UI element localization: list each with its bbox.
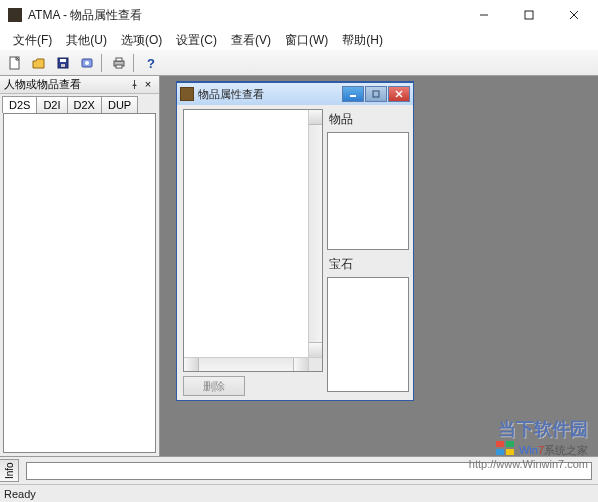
child-titlebar[interactable]: 物品属性查看	[177, 83, 413, 105]
child-body: 删除 物品 宝石	[177, 105, 413, 400]
svg-point-10	[85, 61, 89, 65]
info-tab[interactable]: Info	[0, 459, 19, 482]
tab-dup[interactable]: DUP	[101, 96, 138, 113]
section-label-gem: 宝石	[327, 254, 409, 277]
left-list[interactable]	[3, 113, 156, 453]
left-pane: 人物或物品查看 × D2S D2I D2X DUP	[0, 76, 160, 456]
toolbar-separator	[101, 54, 105, 72]
titlebar: ATMA - 物品属性查看	[0, 0, 598, 30]
preview-column: 物品 宝石	[327, 109, 409, 396]
menu-window[interactable]: 窗口(W)	[278, 30, 335, 51]
left-pane-title: 人物或物品查看	[4, 77, 127, 92]
new-icon[interactable]	[4, 52, 26, 74]
svg-rect-7	[60, 59, 66, 62]
menu-options[interactable]: 选项(O)	[114, 30, 169, 51]
child-maximize-button[interactable]	[365, 86, 387, 102]
print-icon[interactable]	[108, 52, 130, 74]
item-preview	[327, 132, 409, 250]
toolbar: ?	[0, 50, 598, 76]
scrollbar-horizontal[interactable]	[184, 357, 308, 371]
tab-d2x[interactable]: D2X	[67, 96, 102, 113]
info-bar: × Info	[0, 456, 598, 484]
svg-rect-12	[116, 58, 122, 61]
mdi-area: 物品属性查看 删除 物品 宝石	[160, 76, 598, 456]
child-window: 物品属性查看 删除 物品 宝石	[176, 81, 414, 401]
window-controls	[461, 1, 596, 30]
maximize-button[interactable]	[506, 1, 551, 30]
menubar: 文件(F) 其他(U) 选项(O) 设置(C) 查看(V) 窗口(W) 帮助(H…	[0, 30, 598, 50]
toolbar-separator	[133, 54, 137, 72]
child-minimize-button[interactable]	[342, 86, 364, 102]
svg-rect-8	[61, 64, 65, 67]
svg-rect-1	[525, 11, 533, 19]
statusbar: Ready	[0, 484, 598, 502]
scrollbar-vertical[interactable]	[308, 110, 322, 357]
help-icon[interactable]: ?	[140, 52, 162, 74]
left-tabs: D2S D2I D2X DUP	[2, 96, 157, 113]
child-close-button[interactable]	[388, 86, 410, 102]
open-icon[interactable]	[28, 52, 50, 74]
window-title: ATMA - 物品属性查看	[28, 7, 461, 24]
menu-file[interactable]: 文件(F)	[6, 30, 59, 51]
save-icon[interactable]	[52, 52, 74, 74]
gem-preview	[327, 277, 409, 392]
svg-text:?: ?	[147, 56, 155, 70]
child-title: 物品属性查看	[198, 87, 341, 102]
disk-icon[interactable]	[76, 52, 98, 74]
left-pane-header: 人物或物品查看 ×	[0, 76, 159, 94]
minimize-button[interactable]	[461, 1, 506, 30]
svg-rect-16	[373, 91, 379, 97]
pane-close-icon[interactable]: ×	[141, 78, 155, 92]
menu-other[interactable]: 其他(U)	[59, 30, 114, 51]
pin-icon[interactable]	[127, 78, 141, 92]
tab-d2i[interactable]: D2I	[36, 96, 67, 113]
info-field[interactable]	[26, 462, 592, 480]
section-label-item: 物品	[327, 109, 409, 132]
menu-help[interactable]: 帮助(H)	[335, 30, 390, 51]
menu-view[interactable]: 查看(V)	[224, 30, 278, 51]
menu-settings[interactable]: 设置(C)	[169, 30, 224, 51]
child-app-icon	[180, 87, 194, 101]
item-list-area: 删除	[183, 109, 323, 396]
item-listbox[interactable]	[183, 109, 323, 372]
status-text: Ready	[4, 488, 36, 500]
svg-rect-13	[116, 65, 122, 68]
scroll-corner	[308, 357, 322, 371]
close-button[interactable]	[551, 1, 596, 30]
tab-d2s[interactable]: D2S	[2, 96, 37, 113]
workspace: 人物或物品查看 × D2S D2I D2X DUP 物品属性查看	[0, 76, 598, 456]
delete-button[interactable]: 删除	[183, 376, 245, 396]
app-icon	[8, 8, 22, 22]
